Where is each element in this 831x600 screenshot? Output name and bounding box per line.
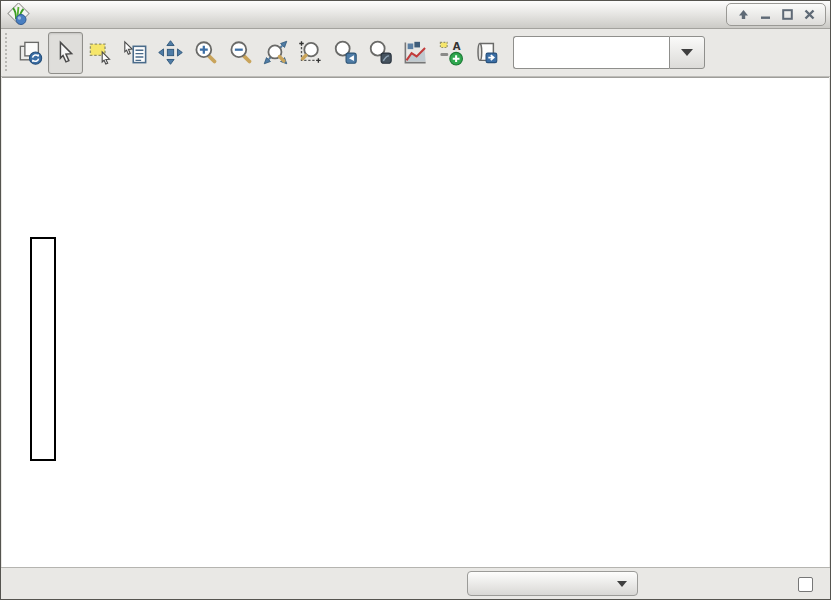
close-button[interactable] [799,6,819,24]
analyze-map-icon [402,39,429,66]
render-toggle[interactable] [798,568,818,600]
maximize-button[interactable] [777,6,797,24]
zoom-in-icon [192,39,219,66]
query-raster-button[interactable] [118,32,153,74]
shade-button[interactable] [733,6,753,24]
pointer-icon [52,39,79,66]
grass-gis-logo-icon [5,3,31,27]
toolbar-grip[interactable] [3,33,10,73]
query-icon [122,39,149,66]
legend-ticks [58,237,108,461]
svg-text:A: A [453,41,461,52]
save-display-button[interactable] [468,32,503,74]
chevron-down-icon [617,581,627,587]
map-legend [28,230,56,461]
zoom-out-button[interactable] [223,32,258,74]
legend-color-bar [30,237,56,461]
titlebar[interactable] [1,1,830,29]
window-controls [726,3,826,26]
statusbar-mode-select[interactable] [467,571,638,596]
zoom-options-button[interactable] [363,32,398,74]
chevron-down-icon [681,49,693,56]
add-overlay-icon: A [437,39,464,66]
map-toolbar: A [1,29,830,77]
zoom-back-icon [332,39,359,66]
zoom-out-icon [227,39,254,66]
save-display-icon [472,39,499,66]
view-mode-value [513,36,669,69]
minimize-button[interactable] [755,6,775,24]
view-mode-select[interactable] [513,36,705,69]
world-map [2,78,829,567]
zoom-region-icon [297,39,324,66]
select-region-button[interactable] [83,32,118,74]
add-overlay-button[interactable]: A [433,32,468,74]
render-checkbox[interactable] [798,577,813,592]
pointer-button[interactable] [48,32,83,74]
pan-icon [157,39,184,66]
render-map-button[interactable] [13,32,48,74]
zoom-region-button[interactable] [293,32,328,74]
select-region-icon [87,39,114,66]
analyze-map-button[interactable] [398,32,433,74]
statusbar [1,567,830,599]
zoom-extent-button[interactable] [258,32,293,74]
zoom-options-icon [367,39,394,66]
pan-button[interactable] [153,32,188,74]
render-map-icon [17,39,44,66]
map-display-canvas[interactable] [2,77,829,567]
view-mode-dropdown-button[interactable] [669,36,705,69]
grass-map-display-window: A [0,0,831,600]
zoom-extent-icon [262,39,289,66]
zoom-in-button[interactable] [188,32,223,74]
zoom-back-button[interactable] [328,32,363,74]
